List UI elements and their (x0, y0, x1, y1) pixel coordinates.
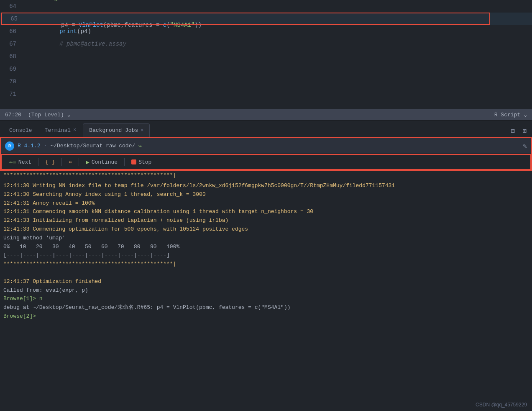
working-directory: ~/Desktop/Seurat_raw_code/ (50, 143, 135, 149)
output-line-8: 0% 10 20 30 40 50 60 70 80 90 100% (3, 243, 529, 252)
lower-panel: R R 4.1.2 · ~/Desktop/Seurat_raw_code/ ↪… (0, 137, 532, 411)
code-line-70[interactable]: 70 (0, 75, 532, 88)
continue-label: Continue (92, 159, 118, 165)
output-line-3: 12:41:31 Annoy recall = 100% (3, 199, 529, 208)
output-line-14: debug at ~/Desktop/Seurat_raw_code/未命名.R… (3, 303, 529, 312)
cursor-position: 67:20 (5, 112, 21, 118)
separator-2 (61, 158, 62, 166)
tab-background-jobs[interactable]: Background Jobs × (83, 123, 150, 137)
console-toolbar: R R 4.1.2 · ~/Desktop/Seurat_raw_code/ ↪… (1, 138, 531, 154)
step-into-button[interactable]: { } (41, 157, 59, 167)
code-line-65[interactable]: 65 ⇒ p4 = VlnPlot(pbmc,features = c("MS4… (0, 13, 532, 25)
line-number-66: 66 (0, 25, 23, 38)
stop-icon (131, 159, 136, 164)
chevron-down-icon-right: ⌄ (524, 111, 527, 118)
output-line-blank (3, 269, 529, 277)
tab-console[interactable]: Console (3, 123, 38, 137)
output-line-10: ****************************************… (3, 260, 529, 269)
editor-area: 64 65 ⇒ p4 = VlnPlot(pbmc,features = c("… (0, 0, 532, 109)
separator-1 (38, 158, 38, 166)
line-content-65: ⇒ p4 = VlnPlot(pbmc,features = c("MS4A1"… (24, 0, 532, 57)
progress-line: ****************************************… (0, 171, 532, 179)
output-line-6: 12:41:33 Commencing optimization for 500… (3, 225, 529, 234)
line-number-65: 65 (1, 13, 24, 25)
brush-icon[interactable]: ✎ (523, 142, 527, 150)
next-label: Next (18, 159, 31, 165)
stop-button[interactable]: Stop (127, 157, 156, 167)
continue-button[interactable]: ▶ Continue (82, 157, 122, 167)
tab-background-jobs-label: Background Jobs (89, 127, 138, 134)
code-lines: 64 65 ⇒ p4 = VlnPlot(pbmc,features = c("… (0, 0, 532, 100)
code-level: (Top Level) ⌄ (28, 111, 70, 118)
next-button[interactable]: ⇐≡ Next (5, 157, 36, 167)
output-line-7: Using method 'umap' (3, 234, 529, 243)
output-line-2: 12:41:30 Searching Annoy index using 1 t… (3, 190, 529, 199)
output-line-1: 12:41:30 Writing NN index file to temp f… (3, 182, 529, 190)
stop-label: Stop (138, 159, 151, 165)
line-number-70: 70 (0, 75, 23, 88)
minimize-icon[interactable]: ⊟ (509, 127, 517, 135)
r-logo: R (5, 141, 14, 151)
code-line-69[interactable]: 69 (0, 63, 532, 75)
step-out-icon: ⇐ (69, 159, 72, 165)
line-number-64: 64 (0, 0, 23, 13)
maximize-icon[interactable]: ⊞ (520, 127, 529, 135)
output-line-13: Browse[1]> n (3, 295, 529, 303)
step-out-button[interactable]: ⇐ (64, 157, 76, 167)
progress-bar: ****************************************… (3, 172, 176, 178)
console-header-region: R R 4.1.2 · ~/Desktop/Seurat_raw_code/ ↪… (0, 137, 532, 171)
output-line-15[interactable]: Browse[2]> (3, 312, 529, 321)
console-path: R R 4.1.2 · ~/Desktop/Seurat_raw_code/ ↪ (5, 141, 142, 151)
chevron-down-icon: ⌄ (67, 112, 71, 118)
output-line-4: 12:41:31 Commencing smooth kNN distance … (3, 208, 529, 216)
status-right: R Script ⌄ (494, 111, 527, 118)
next-arrow-icon: ⇐≡ (9, 159, 16, 166)
tabs-bar: Console Terminal × Background Jobs × ⊟ ⊞ (0, 121, 532, 137)
tab-terminal-close[interactable]: × (73, 127, 76, 133)
status-left: 67:20 (Top Level) ⌄ (5, 111, 70, 118)
console-output[interactable]: 12:41:30 Writing NN index file to temp f… (0, 179, 532, 411)
line-number-69: 69 (0, 63, 23, 75)
debug-toolbar: ⇐≡ Next { } ⇐ ▶ Continue Stop (1, 154, 531, 170)
play-icon: ▶ (86, 159, 89, 166)
r-version: R 4.1.2 (18, 143, 41, 149)
status-bar: 67:20 (Top Level) ⌄ R Script ⌄ (0, 109, 532, 121)
file-type: R Script (494, 112, 520, 118)
separator-4 (124, 158, 125, 166)
tab-terminal[interactable]: Terminal × (39, 123, 82, 137)
tabs-right: ⊟ ⊞ (509, 127, 529, 137)
code-line-71[interactable]: 71 (0, 88, 532, 100)
line-number-71: 71 (0, 88, 23, 100)
line-number-67: 67 (0, 38, 23, 50)
arrow-icon: ↪ (138, 143, 142, 149)
line-number-68: 68 (0, 50, 23, 63)
step-into-icon: { } (45, 159, 55, 165)
output-line-5: 12:41:33 Initializing from normalized La… (3, 216, 529, 225)
output-line-12: Called from: eval(expr, p) (3, 286, 529, 295)
separator-3 (79, 158, 79, 166)
tab-console-label: Console (9, 127, 32, 134)
watermark: CSDN @qq_45759229 (476, 402, 527, 408)
output-line-11: 12:41:37 Optimization finished (3, 277, 529, 286)
tab-terminal-label: Terminal (45, 127, 71, 134)
path-separator: · (44, 143, 47, 149)
output-line-9: [----|----|----|----|----|----|----|----… (3, 251, 529, 260)
tab-background-jobs-close[interactable]: × (141, 128, 143, 134)
tabs-left: Console Terminal × Background Jobs × (3, 123, 150, 137)
